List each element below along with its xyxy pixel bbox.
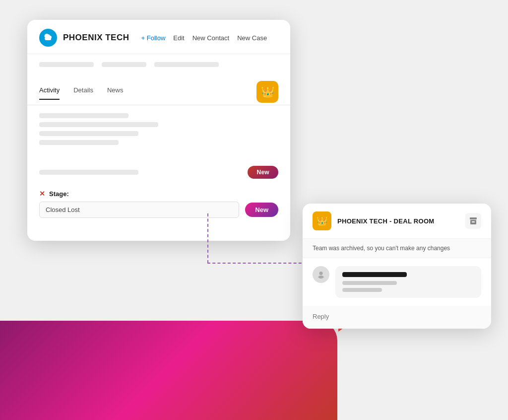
archive-icon[interactable] <box>465 213 481 229</box>
deal-header: 👑 PHOENIX TECH - DEAL ROOM <box>303 204 491 239</box>
stage-label: Stage: <box>49 190 69 198</box>
crown-badge: 👑 <box>256 81 278 103</box>
reply-button[interactable]: Reply <box>313 313 329 320</box>
skeleton-block <box>102 62 146 67</box>
message-bubble <box>335 266 481 298</box>
message-row <box>313 266 481 298</box>
x-icon: ✕ <box>39 190 45 198</box>
svg-point-5 <box>318 276 324 279</box>
sf-header: PHOENIX TECH + Follow Edit New Contact N… <box>27 20 290 54</box>
svg-rect-3 <box>472 221 475 222</box>
new-button-1[interactable]: New <box>248 166 278 179</box>
stage-row: ✕ Stage: New <box>27 184 290 226</box>
deal-title: PHOENIX TECH - DEAL ROOM <box>337 217 459 225</box>
skeleton-line <box>39 122 158 127</box>
sf-nav-actions: + Follow Edit New Contact New Case <box>141 34 267 42</box>
connector-horizontal <box>207 263 307 264</box>
message-line-2 <box>342 281 397 285</box>
stage-label-row: ✕ Stage: <box>39 190 278 198</box>
deal-room-card: 👑 PHOENIX TECH - DEAL ROOM Team was arch… <box>303 204 491 329</box>
tab-news[interactable]: News <box>107 86 124 100</box>
sf-content-area <box>27 105 290 157</box>
new-case-button[interactable]: New Case <box>237 34 267 42</box>
svg-rect-1 <box>470 217 477 219</box>
sf-company-title: PHOENIX TECH <box>63 33 129 43</box>
deal-crown-badge: 👑 <box>313 211 331 230</box>
edit-button[interactable]: Edit <box>173 34 184 42</box>
skeleton-block <box>39 62 94 67</box>
tab-activity[interactable]: Activity <box>39 86 60 100</box>
new-button-row-1: New <box>27 161 290 184</box>
skeleton-line <box>39 140 119 145</box>
stage-input-row: New <box>39 202 278 218</box>
message-line-3 <box>342 288 382 292</box>
stage-input[interactable] <box>39 202 239 218</box>
skeleton-line <box>39 170 138 175</box>
skeleton-line <box>39 131 138 136</box>
message-line-1 <box>342 272 407 277</box>
salesforce-logo <box>39 29 57 47</box>
sf-tabs: Activity Details News 👑 <box>27 73 290 105</box>
tab-details[interactable]: Details <box>73 86 93 100</box>
new-button-2[interactable]: New <box>245 203 278 217</box>
avatar <box>313 266 329 283</box>
background-gradient <box>0 321 337 420</box>
connector-vertical <box>207 213 208 263</box>
skeleton-row-1 <box>27 62 290 67</box>
salesforce-card: PHOENIX TECH + Follow Edit New Contact N… <box>27 20 290 241</box>
deal-notice: Team was archived, so you can't make any… <box>303 239 491 258</box>
deal-reply-area: Reply <box>303 306 491 329</box>
follow-button[interactable]: + Follow <box>141 34 166 42</box>
new-contact-button[interactable]: New Contact <box>192 34 229 42</box>
skeleton-block <box>154 62 219 67</box>
deal-message-area <box>303 258 491 306</box>
skeleton-line <box>39 113 128 118</box>
svg-point-4 <box>319 272 323 275</box>
